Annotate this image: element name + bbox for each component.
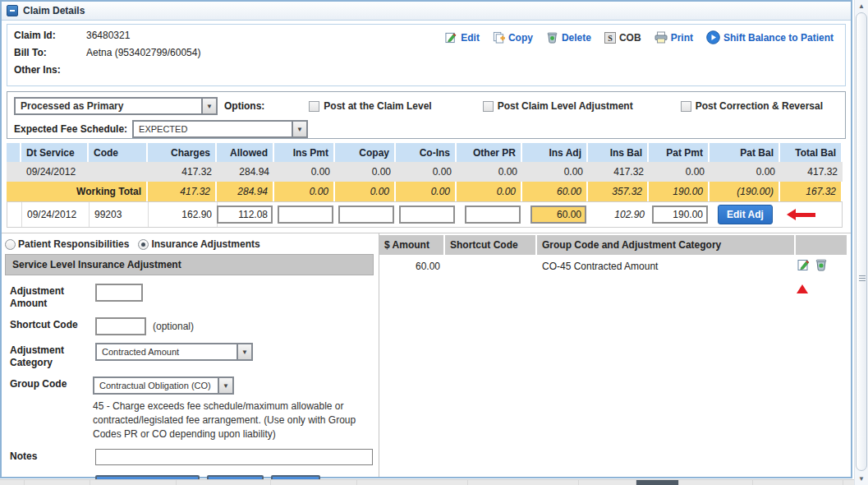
working-total-row: Working Total 417.32 284.94 0.00 0.00 0.…	[7, 182, 843, 201]
adjustment-group-value: CO-45 Contracted Amount	[537, 256, 796, 277]
col-copay: Copay	[335, 143, 396, 162]
annotation-arrow-up-icon	[797, 273, 808, 284]
col-ins-pmt: Ins Pmt	[274, 143, 335, 162]
copay-input[interactable]	[338, 206, 394, 224]
edit-icon	[445, 31, 457, 44]
post-claim-adjustment-option: Post Claim Level Adjustment	[483, 100, 633, 112]
claim-details-dialog: Claim Details Claim Id: 36480321 Bill To…	[0, 0, 852, 478]
adjustments-section: Patient Responsibilities Insurance Adjus…	[2, 233, 851, 477]
edit-button[interactable]: Edit	[445, 31, 480, 44]
group-header: Group Code and Adjustment Category	[537, 235, 796, 255]
pat-pmt-input[interactable]	[652, 206, 708, 224]
collapse-icon[interactable]	[7, 5, 18, 16]
scrollbar-thumb[interactable]	[856, 12, 867, 471]
claim-toolbar: Edit Copy Delete S COB Print Shift Balan…	[445, 30, 834, 44]
shift-balance-button[interactable]: Shift Balance to Patient	[706, 30, 834, 44]
options-label: Options:	[224, 100, 264, 112]
charges-value: 162.90	[149, 202, 218, 227]
optional-hint: (optional)	[153, 321, 194, 332]
claim-id-label: Claim Id:	[14, 30, 86, 41]
edit-adj-button[interactable]: Edit Adj	[718, 205, 773, 224]
co-ins-input[interactable]	[399, 206, 455, 224]
notes-label: Notes	[10, 449, 95, 465]
adjustment-category-select[interactable]: Contracted Amount ▼	[95, 343, 253, 361]
claim-header-section: Claim Id: 36480321 Bill To: Aetna (95340…	[7, 24, 846, 86]
post-claim-level-checkbox[interactable]	[309, 101, 319, 112]
col-allowed: Allowed	[217, 143, 274, 162]
copy-icon	[493, 31, 505, 44]
posting-options-section: Processed as Primary ▼ Options: Post at …	[7, 91, 846, 139]
post-claim-level-option: Post at the Claim Level	[309, 100, 431, 112]
print-icon	[654, 31, 668, 44]
shortcut-code-input[interactable]	[95, 317, 146, 335]
group-code-label: Group Code	[10, 376, 93, 441]
chevron-down-icon: ▼	[218, 378, 232, 393]
cob-icon: S	[604, 32, 616, 44]
ins-adj-input[interactable]	[530, 206, 586, 224]
service-line-row: 09/24/2012 99203 162.90 102.90 Edit Adj	[7, 201, 843, 228]
col-pat-pmt: Pat Pmt	[649, 143, 710, 162]
col-charges: Charges	[148, 143, 217, 162]
working-total-label: Working Total	[7, 182, 148, 201]
chevron-down-icon: ▼	[237, 344, 251, 359]
bill-to-label: Bill To:	[14, 47, 86, 58]
col-pat-bal: Pat Bal	[710, 143, 780, 162]
col-dt-service: Dt Service	[21, 143, 89, 162]
print-button[interactable]: Print	[654, 31, 693, 44]
col-code: Code	[89, 143, 148, 162]
scrollbar-grip-icon	[859, 274, 866, 283]
procedure-code: 99203	[90, 202, 149, 227]
other-ins-label: Other Ins:	[14, 64, 86, 76]
fee-schedule-select[interactable]: EXPECTED ▼	[132, 120, 308, 138]
scroll-up-icon[interactable]: ▲	[855, 2, 868, 10]
ins-bal-value: 102.90	[589, 205, 650, 224]
charges-grid: Dt Service Code Charges Allowed Ins Pmt …	[7, 143, 843, 228]
grid-header-row: Dt Service Code Charges Allowed Ins Pmt …	[7, 143, 843, 162]
adjustment-amount-label: Adjustment Amount	[10, 284, 95, 310]
notes-input[interactable]	[95, 449, 373, 465]
delete-adjustment-icon[interactable]	[815, 258, 828, 274]
bill-to-value: Aetna (953402799/60054)	[86, 47, 200, 58]
shortcut-code-label: Shortcut Code	[10, 317, 95, 335]
amount-header: $ Amount	[379, 235, 445, 255]
other-pr-input[interactable]	[465, 206, 521, 224]
post-claim-adjustment-checkbox[interactable]	[483, 101, 494, 112]
col-total-bal: Total Bal	[780, 143, 843, 162]
adjustment-form-pane: Patient Responsibilities Insurance Adjus…	[2, 233, 379, 477]
adjustment-amount-input[interactable]	[95, 284, 143, 302]
adjustment-shortcut-value	[445, 261, 537, 271]
insurance-adjustments-label: Insurance Adjustments	[151, 238, 259, 250]
shortcut-header: Shortcut Code	[445, 235, 537, 255]
fee-schedule-label: Expected Fee Schedule:	[14, 123, 127, 135]
col-ins-bal: Ins Bal	[588, 143, 649, 162]
patient-responsibilities-radio[interactable]	[5, 239, 16, 250]
background-page-strip	[0, 479, 854, 485]
adjustment-category-label: Adjustment Category	[10, 343, 95, 369]
claim-status-select[interactable]: Processed as Primary ▼	[14, 97, 218, 115]
ins-pmt-input[interactable]	[278, 206, 333, 224]
adjustment-list-header: $ Amount Shortcut Code Group Code and Ad…	[379, 235, 848, 255]
delete-icon	[546, 31, 558, 44]
edit-adjustment-icon[interactable]	[797, 258, 811, 274]
col-other-pr: Other PR	[457, 143, 522, 162]
scroll-down-icon[interactable]: ▼	[855, 475, 868, 483]
vertical-scrollbar[interactable]: ▲ ▼	[854, 0, 868, 485]
claim-id-value: 36480321	[86, 30, 130, 41]
col-co-ins: Co-Ins	[396, 143, 457, 162]
allowed-input[interactable]	[217, 206, 273, 224]
adjustment-row: 60.00 CO-45 Contracted Amount	[379, 255, 848, 277]
post-correction-option: Post Correction & Reversal	[681, 100, 823, 112]
delete-button[interactable]: Delete	[546, 31, 591, 44]
cob-button[interactable]: S COB	[604, 32, 641, 44]
insurance-adjustments-radio[interactable]	[138, 239, 149, 250]
group-code-help-text: 45 - Charge exceeds fee schedule/maximum…	[93, 400, 377, 441]
copy-button[interactable]: Copy	[493, 31, 533, 44]
group-code-select[interactable]: Contractual Obligation (CO) ▼	[93, 376, 234, 395]
service-date: 09/24/2012	[22, 202, 90, 227]
shift-balance-icon	[706, 30, 720, 44]
post-correction-checkbox[interactable]	[681, 101, 691, 112]
chevron-down-icon: ▼	[292, 122, 306, 136]
dialog-title: Claim Details	[23, 5, 85, 16]
col-ins-adj: Ins Adj	[522, 143, 588, 162]
adjustment-list-pane: $ Amount Shortcut Code Group Code and Ad…	[379, 233, 851, 477]
